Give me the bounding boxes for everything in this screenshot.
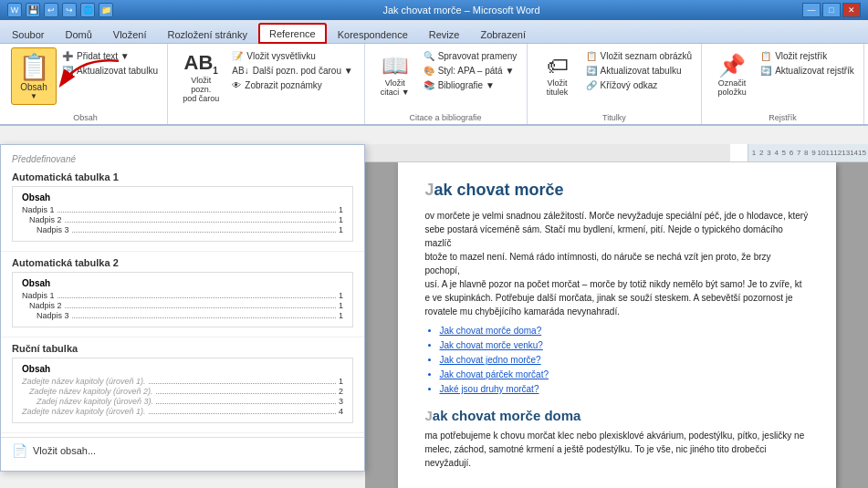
poznamky-items: AB1 Vložit pozn.pod čarou 📝 Vložit vysvě… [175, 47, 357, 120]
tab-soubor[interactable]: Soubor [2, 25, 54, 43]
ruler-mark: 6 [788, 149, 795, 157]
bibliografie-button[interactable]: 📚 Bibliografie ▼ [420, 78, 521, 92]
undo-icon[interactable]: ↩ [44, 3, 58, 17]
ruler-mark: 5 [780, 149, 788, 157]
aktualizovat-tabulku2-button[interactable]: 🔄 Aktualizovat tabulku [582, 64, 696, 78]
citace-items: 📖 Vložitcitaci ▼ 🔍 Spravovat prameny 🎨 S… [372, 47, 521, 111]
redo-icon[interactable]: ↪ [62, 3, 77, 17]
biblio-label: Bibliografie ▼ [438, 80, 495, 90]
ruler-mark: 4 [773, 149, 780, 157]
poznamka-icon: AB1 [184, 51, 218, 76]
ribbon-group-obsah: 📋 Obsah ▼ ➕ Přidat text ▼ 🔄 Aktualizovat… [4, 44, 168, 124]
citace-label: Vložitcitaci ▼ [381, 78, 410, 97]
tab-reference[interactable]: Reference [258, 23, 327, 44]
auto-table-1-item[interactable]: Automatická tabulka 1 Obsah Nadpis 1 1 N… [1, 166, 364, 252]
auto-table-2-item[interactable]: Automatická tabulka 2 Obsah Nadpis 1 1 N… [1, 252, 364, 337]
ruler-mark: 15 [858, 149, 866, 157]
pridat-icon: ➕ [62, 51, 73, 61]
vlozit-citaci-button[interactable]: 📖 Vložitcitaci ▼ [372, 47, 418, 102]
word-icon: W [7, 3, 22, 17]
tab-zobrazeni[interactable]: Zobrazení [470, 25, 536, 43]
obsah-items: 📋 Obsah ▼ ➕ Přidat text ▼ 🔄 Aktualizovat… [11, 47, 162, 111]
ribbon-group-poznamky: AB1 Vložit pozn.pod čarou 📝 Vložit vysvě… [168, 44, 365, 124]
vlozit-vysvetlivku-button[interactable]: 📝 Vložit vysvětlivku [228, 49, 356, 63]
tab-korespondence[interactable]: Korespondence [328, 25, 418, 43]
aktualizovat-tabulku-button[interactable]: 🔄 Aktualizovat tabulku [58, 64, 162, 78]
list-item[interactable]: Jak chovat morče venku? [440, 338, 809, 353]
rejstrik-items: 📌 Označitpoložku 📋 Vložit rejstřík 🔄 Akt… [709, 47, 858, 111]
citace-icon: 📖 [382, 53, 409, 78]
minimize-button[interactable]: — [802, 3, 821, 17]
auto2-preview: Obsah Nadpis 1 1 Nadpis 2 1 Nadpis 3 [12, 272, 353, 327]
ribbon-tabs: Soubor Domů Vložení Rozložení stránky Re… [0, 20, 868, 44]
tab-domu[interactable]: Domů [55, 25, 101, 43]
aktualizovat2-icon: 🔄 [586, 66, 597, 76]
toc-line: Nadpis 2 1 [22, 215, 343, 224]
titulky-group-label: Titulky [535, 111, 695, 122]
vysvetlivka-icon: 📝 [232, 51, 243, 61]
ruler-mark: 11 [825, 149, 833, 157]
ruler-mark: 8 [802, 149, 810, 157]
akt-rejstrik-label: Aktualizovat rejstřík [775, 66, 854, 76]
ribbon: 📋 Obsah ▼ ➕ Přidat text ▼ 🔄 Aktualizovat… [0, 44, 868, 126]
title-bar: W 💾 ↩ ↪ 🌐 📁 Jak chovat morče – Microsoft… [0, 0, 868, 20]
doc-intro: ov morčete je velmi snadnou záležitostí.… [425, 209, 809, 318]
tab-revize[interactable]: Revize [419, 25, 470, 43]
ruler-mark: 1 [750, 149, 758, 157]
zobrazit-poznamky-button[interactable]: 👁 Zobrazit poznámky [228, 78, 356, 92]
styl-icon: 🎨 [424, 66, 434, 76]
auto1-preview: Obsah Nadpis 1 1 Nadpis 2 1 Nadpis 3 [12, 186, 353, 242]
rucni-table-item[interactable]: Ruční tabulka Obsah Zadejte název kapito… [1, 337, 364, 433]
pridat-text-button[interactable]: ➕ Přidat text ▼ [58, 49, 162, 63]
krizovy-odkaz-button[interactable]: 🔗 Křížový odkaz [582, 78, 696, 92]
ribbon-group-citace: 📖 Vložitcitaci ▼ 🔍 Spravovat prameny 🎨 S… [365, 44, 528, 124]
vlozit-titulek-button[interactable]: 🏷 Vložittitulek [535, 47, 580, 102]
obsah-button[interactable]: 📋 Obsah ▼ [11, 47, 57, 105]
close-button[interactable]: ✕ [842, 3, 861, 17]
list-item[interactable]: Jak chovat morče doma? [440, 324, 809, 338]
vysvetlivka-label: Vložit vysvětlivku [246, 51, 316, 61]
list-item[interactable]: Jak chovat jedno morče? [440, 353, 809, 368]
doc-p2: ma potřebujeme k chovu morčat klec nebo … [425, 429, 809, 470]
vlozit-obsah-label: Vložit obsah... [33, 445, 96, 456]
vlozit-obsah-button[interactable]: 📄 Vložit obsah... [1, 437, 364, 463]
aktualizovat-rejstrik-button[interactable]: 🔄 Aktualizovat rejstřík [757, 64, 858, 78]
vlozit-rejstrik-button[interactable]: 📋 Vložit rejstřík [757, 49, 858, 63]
aktualizovat-label: Aktualizovat tabulku [77, 66, 158, 76]
ruler-mark: 9 [810, 149, 817, 157]
oznacit-polozku-button[interactable]: 📌 Označitpoložku [709, 47, 755, 102]
vlozit-obsah-icon: 📄 [12, 443, 27, 458]
titulek-label: Vložittitulek [547, 78, 569, 97]
pridat-label: Přidat text ▼ [77, 51, 130, 61]
ribbon-group-rejstrik: 📌 Označitpoložku 📋 Vložit rejstřík 🔄 Akt… [702, 44, 864, 124]
titulek-icon: 🏷 [547, 53, 569, 78]
window-title: Jak chovat morče – Microsoft Word [120, 5, 802, 16]
toc-line: Nadpis 1 1 [22, 205, 343, 214]
list-item[interactable]: Jak chovat párček morčat? [440, 368, 809, 382]
obsah-small-group: ➕ Přidat text ▼ 🔄 Aktualizovat tabulku [58, 47, 162, 79]
obsah-icon: 📋 [18, 52, 50, 82]
tab-vlozeni[interactable]: Vložení [103, 25, 157, 43]
tab-rozlozeni[interactable]: Rozložení stránky [158, 25, 257, 43]
rucni-title: Ruční tabulka [12, 343, 353, 354]
vlozit-poznamku-button[interactable]: AB1 Vložit pozn.pod čarou [175, 47, 226, 107]
styl-button[interactable]: 🎨 Styl: APA – pátá ▼ [420, 64, 521, 78]
vlozit-seznam-button[interactable]: 📋 Vložit seznam obrázků [582, 49, 696, 63]
toc-dropdown: Předdefinované Automatická tabulka 1 Obs… [0, 144, 365, 472]
aktualizovat-icon: 🔄 [62, 66, 73, 76]
ruler-mark: 10 [818, 149, 826, 157]
folder-icon[interactable]: 📁 [99, 3, 113, 17]
titulky-items: 🏷 Vložittitulek 📋 Vložit seznam obrázků … [535, 47, 696, 111]
document-page[interactable]: Jak chovat morče ov morčete je velmi sna… [398, 162, 836, 488]
ruler-mark: 7 [795, 149, 802, 157]
zobrazit-icon: 👁 [232, 80, 241, 90]
dalsi-poznamka-button[interactable]: AB↓ Další pozn. pod čarou ▼ [228, 64, 356, 78]
toc-line: Zadejte název kapitoly (úroveň 2). 2 [22, 387, 343, 396]
poznamky-small-group: 📝 Vložit vysvětlivku AB↓ Další pozn. pod… [228, 47, 356, 94]
save-icon[interactable]: 💾 [26, 3, 40, 17]
spravovat-prameny-button[interactable]: 🔍 Spravovat prameny [420, 49, 521, 63]
rejstrik-group-label: Rejstřík [709, 111, 856, 122]
maximize-button[interactable]: □ [822, 3, 841, 17]
list-item[interactable]: Jaké jsou druhy morčat? [440, 382, 809, 397]
toc-line: Nadpis 3 1 [22, 225, 343, 234]
